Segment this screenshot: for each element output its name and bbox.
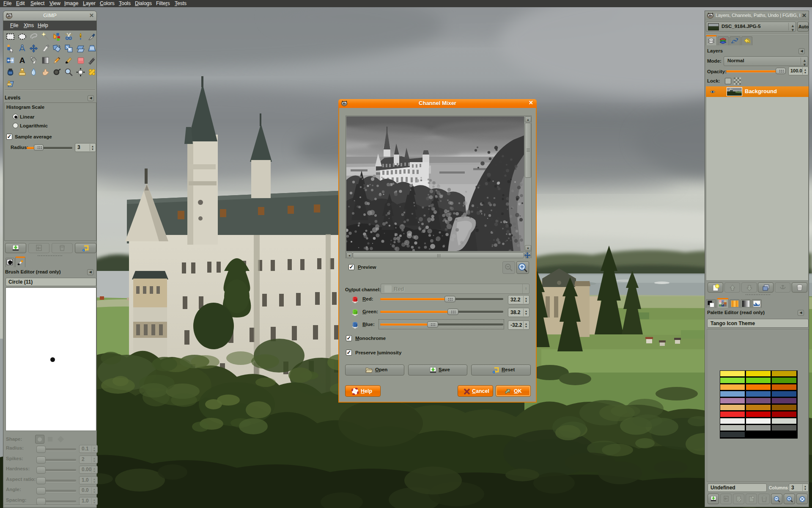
svg-text:A: A (19, 56, 25, 65)
